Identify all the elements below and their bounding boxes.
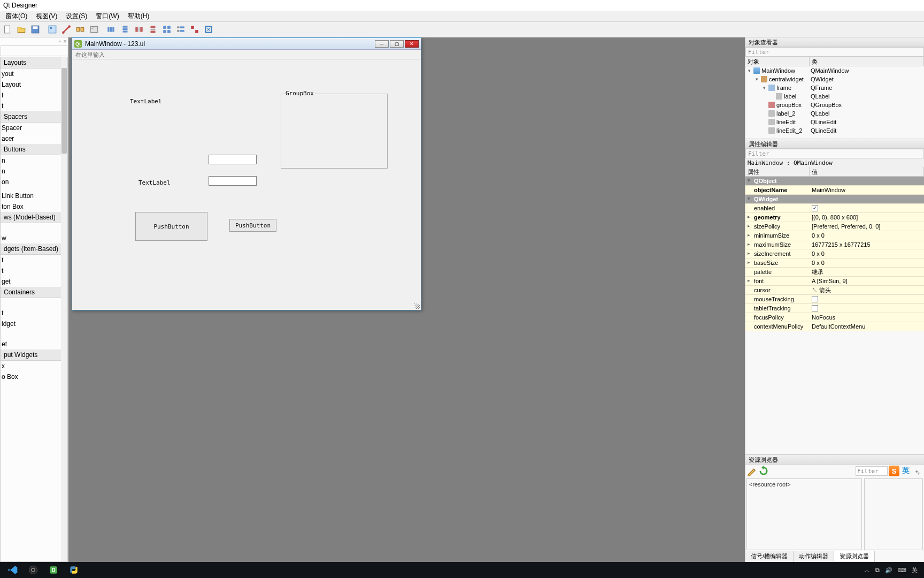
minimize-icon[interactable]: ─ <box>375 40 389 48</box>
oi-row[interactable]: ▾frameQFrame <box>745 83 924 92</box>
close-icon[interactable]: ✕ <box>405 40 419 48</box>
tb-edit-tab-icon[interactable] <box>88 23 101 36</box>
form-canvas[interactable]: TextLabel GroupBox TextLabel PushButton … <box>72 59 421 310</box>
tb-layout-v-icon[interactable] <box>119 23 132 36</box>
rb-edit-icon[interactable] <box>746 466 757 476</box>
tb-edit-buddies-icon[interactable] <box>74 23 87 36</box>
wb-item[interactable]: n <box>1 155 67 166</box>
oi-row[interactable]: groupBoxQGroupBox <box>745 101 924 109</box>
tray-chevron-icon[interactable]: ︿ <box>864 566 870 574</box>
widget-label[interactable]: TextLabel <box>130 98 162 105</box>
tb-layout-form-icon[interactable] <box>174 23 187 36</box>
rb-root[interactable]: <resource root> <box>749 481 791 488</box>
design-area[interactable]: Qt MainWindow - 123.ui ─ ▢ ✕ 在这里输入 TextL… <box>68 37 745 562</box>
tray-ime-icon[interactable]: 英 <box>912 566 918 574</box>
taskbar-python-icon[interactable] <box>64 563 83 577</box>
widget-box-filter[interactable] <box>1 45 67 56</box>
pe-row[interactable]: ▾QWidget <box>745 195 924 204</box>
tb-adjust-size-icon[interactable] <box>202 23 215 36</box>
wb-cat-buttons[interactable]: Buttons <box>1 144 67 155</box>
design-form-window[interactable]: Qt MainWindow - 123.ui ─ ▢ ✕ 在这里输入 TextL… <box>72 37 421 310</box>
pe-row[interactable]: ▸geometry[(0, 0), 800 x 600] <box>745 213 924 222</box>
widget-lineedit[interactable] <box>209 155 257 164</box>
wb-item[interactable]: on <box>1 177 67 187</box>
pe-header-value[interactable]: 值 <box>810 167 924 176</box>
tb-layout-hsplit-icon[interactable] <box>133 23 145 36</box>
wb-item[interactable]: get <box>1 276 67 287</box>
widget-groupbox[interactable]: GroupBox <box>281 94 388 169</box>
taskbar-obs-icon[interactable] <box>24 563 43 577</box>
checkbox-icon[interactable]: ✓ <box>812 205 818 211</box>
oi-row[interactable]: lineEdit_2QLineEdit <box>745 126 924 135</box>
rb-resource-tree[interactable]: <resource root> <box>746 478 862 550</box>
tb-open-icon[interactable] <box>15 23 28 36</box>
pe-row[interactable]: objectNameMainWindow <box>745 186 924 195</box>
tb-edit-widgets-icon[interactable] <box>46 23 59 36</box>
widget-pushbutton[interactable]: PushButton <box>135 212 207 241</box>
pe-row[interactable]: ▸baseSize0 x 0 <box>745 258 924 268</box>
wb-item[interactable]: t <box>1 90 67 101</box>
wb-item[interactable]: Link Button <box>1 191 67 201</box>
wb-item[interactable]: acer <box>1 133 67 144</box>
tb-save-icon[interactable] <box>29 23 42 36</box>
menu-help[interactable]: 帮助(H) <box>124 11 154 22</box>
pe-row[interactable]: palette继承 <box>745 268 924 277</box>
form-title-bar[interactable]: Qt MainWindow - 123.ui ─ ▢ ✕ <box>72 38 421 50</box>
wb-cat-layouts[interactable]: Layouts <box>1 57 67 69</box>
tb-edit-signals-icon[interactable] <box>60 23 73 36</box>
oi-row[interactable]: ▾MainWindowQMainWindow <box>745 66 924 75</box>
wb-item[interactable]: Layout <box>1 79 67 90</box>
wb-item[interactable]: o Box <box>1 371 67 382</box>
wb-item[interactable]: x <box>1 361 67 371</box>
wb-cat-spacers[interactable]: Spacers <box>1 111 67 123</box>
menu-settings[interactable]: 设置(S) <box>61 11 91 22</box>
rb-filter[interactable] <box>856 466 888 476</box>
wb-cat-input-widgets[interactable]: put Widgets <box>1 349 67 361</box>
rb-resource-preview[interactable] <box>864 478 923 550</box>
pe-row[interactable]: cursor↖ 箭头 <box>745 286 924 295</box>
wb-item[interactable]: Spacer <box>1 123 67 133</box>
ime-sogou-icon[interactable]: S <box>889 466 899 476</box>
tb-break-layout-icon[interactable] <box>188 23 201 36</box>
tab-resource-browser[interactable]: 资源浏览器 <box>834 551 875 562</box>
oi-header-object[interactable]: 对象 <box>745 57 810 66</box>
widget-box-list[interactable]: Layouts yout Layout t t Spacers Spacer a… <box>0 57 68 562</box>
tb-new-icon[interactable] <box>1 23 14 36</box>
checkbox-icon[interactable] <box>812 305 818 311</box>
wb-item[interactable]: t <box>1 101 67 111</box>
tb-layout-grid-icon[interactable] <box>160 23 173 36</box>
tab-action-editor[interactable]: 动作编辑器 <box>794 551 834 562</box>
pe-row[interactable]: mouseTracking <box>745 295 924 304</box>
pe-row[interactable]: ▸sizePolicy[Preferred, Preferred, 0, 0] <box>745 222 924 231</box>
tray-network-icon[interactable]: ⧉ <box>875 567 880 574</box>
menu-view[interactable]: 视图(V) <box>32 11 61 22</box>
oi-row[interactable]: labelQLabel <box>745 92 924 101</box>
pe-row[interactable]: enabled✓ <box>745 204 924 213</box>
ime-punct-icon[interactable]: •, <box>912 466 923 476</box>
tb-layout-h-icon[interactable] <box>105 23 118 36</box>
pe-grid[interactable]: ▾QObjectobjectNameMainWindow▾QWidgetenab… <box>745 177 924 454</box>
oi-tree[interactable]: ▾MainWindowQMainWindow▾centralwidgetQWid… <box>745 66 924 139</box>
pe-row[interactable]: ▸sizeIncrement0 x 0 <box>745 249 924 258</box>
taskbar-designer-icon[interactable]: D <box>44 563 63 577</box>
oi-row[interactable]: label_2QLabel <box>745 109 924 118</box>
pe-row[interactable]: ▸maximumSize16777215 x 16777215 <box>745 240 924 249</box>
oi-row[interactable]: lineEditQLineEdit <box>745 118 924 126</box>
scrollbar-thumb[interactable] <box>61 68 67 154</box>
taskbar-vscode-icon[interactable] <box>3 563 22 577</box>
object-inspector-filter[interactable]: Filter <box>745 47 924 57</box>
wb-item[interactable]: idget <box>1 318 67 329</box>
dock-close-icon[interactable]: × <box>64 38 67 44</box>
wb-item[interactable]: t <box>1 255 67 265</box>
pe-header-prop[interactable]: 属性 <box>745 167 810 176</box>
wb-item[interactable]: ton Box <box>1 201 67 212</box>
wb-item[interactable]: w <box>1 233 67 244</box>
pe-row[interactable]: contextMenuPolicyDefaultContextMenu <box>745 322 924 331</box>
wb-item[interactable]: n <box>1 166 67 177</box>
pe-row[interactable]: ▸fontA [SimSun, 9] <box>745 277 924 286</box>
maximize-icon[interactable]: ▢ <box>390 40 404 48</box>
menu-form[interactable]: 窗体(O) <box>1 11 32 22</box>
widget-lineedit[interactable] <box>209 176 257 186</box>
widget-label[interactable]: TextLabel <box>138 179 171 186</box>
wb-item[interactable]: t <box>1 265 67 276</box>
